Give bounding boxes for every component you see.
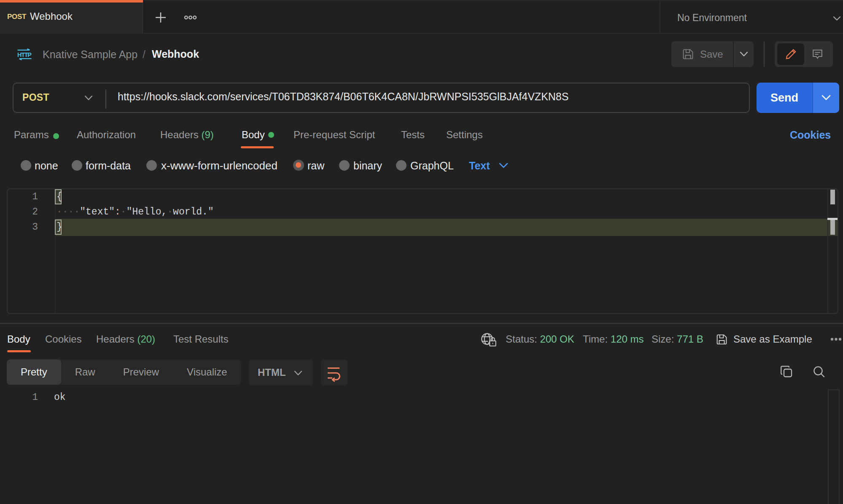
svg-text:HTTP: HTTP [17, 51, 32, 58]
